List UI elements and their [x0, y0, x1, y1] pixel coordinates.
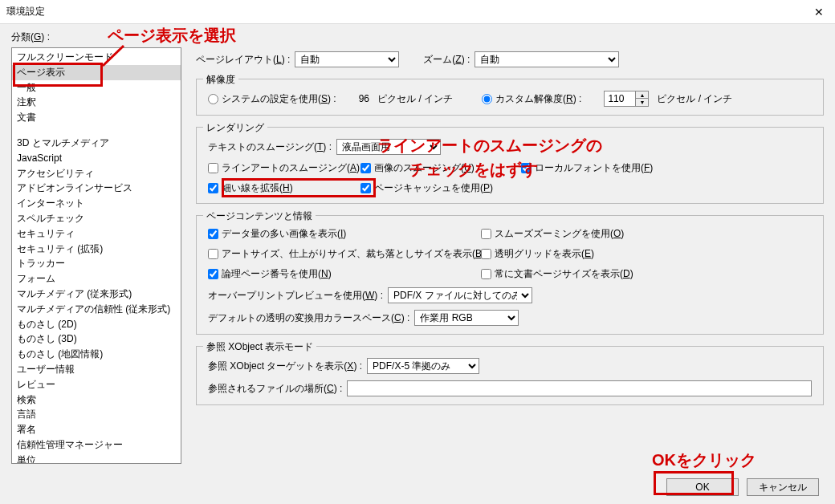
sidebar-item[interactable]: フルスクリーンモード — [12, 50, 181, 65]
titlebar: 環境設定 ✕ — [0, 0, 835, 24]
sidebar-item[interactable]: マルチメディアの信頼性 (従来形式) — [12, 302, 181, 317]
xobject-target-select[interactable]: PDF/X-5 準拠のみ — [367, 358, 479, 374]
rendering-group: レンダリング テキストのスムージング(T) : 液晶画面用 ラインアートのスムー… — [196, 127, 824, 204]
overprint-select[interactable]: PDF/X ファイルに対してのみ — [388, 287, 532, 303]
px-inch-label-1: ピクセル / インチ — [377, 92, 453, 106]
xobject-group: 参照 XObject 表示モード 参照 XObject ターゲットを表示(X) … — [196, 346, 824, 405]
category-label: 分類(G) : — [11, 30, 181, 44]
trans-grid-checkbox[interactable]: 透明グリッドを表示(E) — [481, 247, 594, 261]
page-layout-label: ページレイアウト(L) : — [196, 53, 290, 67]
sidebar-item[interactable]: セキュリティ — [12, 226, 181, 242]
text-smoothing-label: テキストのスムージング(T) : — [208, 140, 332, 154]
sidebar-item[interactable]: インターネット — [12, 196, 181, 211]
sidebar-item[interactable]: 信頼性管理マネージャー — [12, 437, 181, 453]
sidebar-item[interactable]: ユーザー情報 — [12, 362, 181, 377]
content-area: 分類(G) : フルスクリーンモードページ表示一般注釈文書3D とマルチメディア… — [0, 24, 835, 464]
colorspace-select[interactable]: 作業用 RGB — [414, 310, 519, 326]
sidebar-item[interactable]: トラッカー — [12, 256, 181, 271]
colorspace-label: デフォルトの透明の変換用カラースペース(C) : — [208, 311, 409, 325]
xobject-file-label: 参照されるファイルの場所(C) : — [208, 382, 342, 396]
sidebar-item[interactable]: ものさし (3D) — [12, 331, 181, 347]
sidebar-item[interactable]: 言語 — [12, 407, 181, 422]
sidebar-item[interactable]: スペルチェック — [12, 211, 181, 226]
sidebar-item[interactable]: アドビオンラインサービス — [12, 181, 181, 196]
sidebar-item[interactable]: セキュリティ (拡張) — [12, 242, 181, 257]
dialog-footer: OK キャンセル — [0, 470, 835, 504]
settings-panel: ページレイアウト(L) : 自動 ズーム(Z) : 自動 解像度 システムの設定… — [181, 30, 824, 464]
pagecontent-legend: ページコンテンツと情報 — [203, 209, 316, 223]
page-layout-select[interactable]: 自動 — [295, 51, 399, 67]
spinner-up-icon[interactable]: ▲ — [636, 91, 648, 99]
xobject-target-label: 参照 XObject ターゲットを表示(X) : — [208, 360, 362, 373]
rendering-legend: レンダリング — [203, 121, 267, 135]
ok-button[interactable]: OK — [666, 478, 739, 496]
xobject-file-input[interactable] — [347, 380, 812, 396]
sidebar-item[interactable]: 文書 — [12, 110, 181, 125]
logical-page-checkbox[interactable]: 論理ページ番号を使用(N) — [208, 267, 481, 281]
sidebar-item[interactable]: 注釈 — [12, 95, 181, 110]
spinner-down-icon[interactable]: ▼ — [636, 99, 648, 106]
large-image-checkbox[interactable]: データ量の多い画像を表示(I) — [208, 227, 481, 241]
pagecontent-group: ページコンテンツと情報 データ量の多い画像を表示(I) スムーズズーミングを使用… — [196, 215, 824, 335]
sidebar-item[interactable]: ものさし (地図情報) — [12, 347, 181, 362]
resolution-group: 解像度 システムの設定を使用(S) : 96 ピクセル / インチ カスタム解像… — [196, 79, 824, 116]
close-button[interactable]: ✕ — [803, 0, 835, 24]
sidebar-item[interactable]: アクセシビリティ — [12, 166, 181, 181]
sidebar-item[interactable]: 一般 — [12, 80, 181, 96]
lineart-smoothing-checkbox[interactable]: ラインアートのスムージング(A) — [208, 161, 360, 175]
system-resolution-value: 96 — [359, 93, 369, 104]
image-smoothing-checkbox[interactable]: 画像のスムージング(U) — [360, 161, 521, 175]
custom-resolution-spinner[interactable]: ▲▼ — [604, 91, 649, 107]
sidebar-item[interactable]: 検索 — [12, 392, 181, 408]
custom-resolution-input[interactable] — [604, 91, 636, 107]
px-inch-label-2: ピクセル / インチ — [657, 92, 732, 106]
custom-resolution-radio[interactable]: カスタム解像度(R) : — [482, 92, 581, 106]
sidebar-item[interactable]: 署名 — [12, 422, 181, 437]
xobject-legend: 参照 XObject 表示モード — [203, 340, 316, 354]
sidebar-item[interactable]: フォーム — [12, 271, 181, 287]
sidebar-item[interactable]: ページ表示 — [12, 65, 181, 80]
text-smoothing-select[interactable]: 液晶画面用 — [336, 139, 441, 155]
sidebar-item[interactable]: ものさし (2D) — [12, 317, 181, 332]
zoom-label: ズーム(Z) : — [423, 53, 470, 67]
window-title: 環境設定 — [6, 5, 45, 18]
cancel-button[interactable]: キャンセル — [747, 478, 819, 496]
sidebar-item[interactable]: JavaScript — [12, 151, 181, 166]
sidebar: 分類(G) : フルスクリーンモードページ表示一般注釈文書3D とマルチメディア… — [11, 30, 181, 464]
category-list[interactable]: フルスクリーンモードページ表示一般注釈文書3D とマルチメディアJavaScri… — [11, 47, 181, 464]
zoom-select[interactable]: 自動 — [475, 51, 619, 67]
always-docsize-checkbox[interactable]: 常に文書ページサイズを表示(D) — [481, 267, 633, 281]
sidebar-item[interactable]: マルチメディア (従来形式) — [12, 287, 181, 302]
sidebar-item[interactable]: 単位 — [12, 453, 181, 464]
overprint-label: オーバープリントプレビューを使用(W) : — [208, 289, 383, 303]
sidebar-item[interactable]: レビュー — [12, 377, 181, 392]
thinline-checkbox[interactable]: 細い線を拡張(H) — [208, 181, 360, 195]
resolution-legend: 解像度 — [203, 73, 238, 87]
pagecache-checkbox[interactable]: ページキャッシュを使用(P) — [360, 181, 493, 195]
art-size-checkbox[interactable]: アートサイズ、仕上がりサイズ、裁ち落としサイズを表示(B) — [208, 247, 481, 261]
system-resolution-radio[interactable]: システムの設定を使用(S) : — [208, 92, 336, 106]
smooth-zoom-checkbox[interactable]: スムーズズーミングを使用(O) — [481, 227, 624, 241]
sidebar-item[interactable]: 3D とマルチメディア — [12, 136, 181, 151]
localfont-checkbox[interactable]: ローカルフォントを使用(F) — [521, 161, 653, 175]
